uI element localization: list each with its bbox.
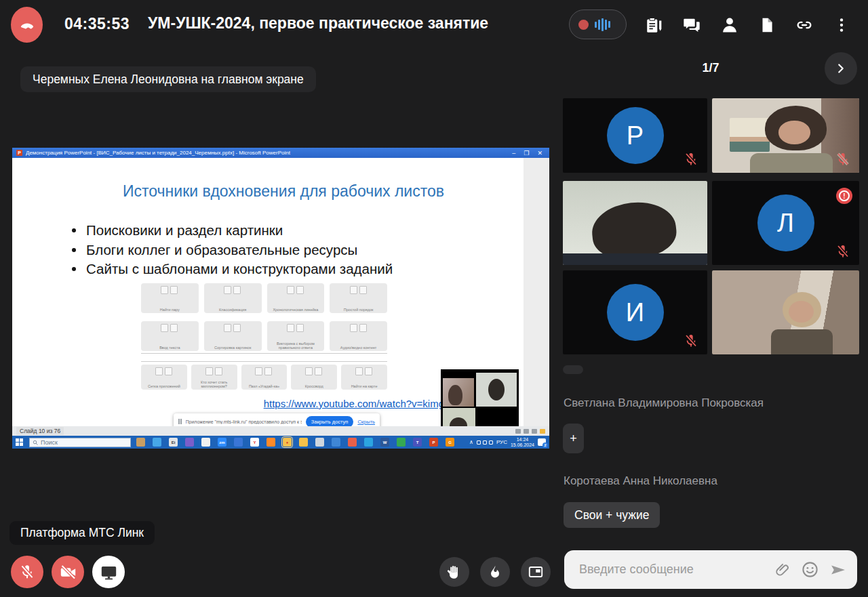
smiley-icon — [801, 560, 819, 579]
pip-icon — [528, 564, 544, 580]
screen-share-view: P Демонстрация PowerPoint - [ВИС_Рабочие… — [12, 148, 549, 449]
waveform-icon — [595, 18, 610, 31]
next-page-button[interactable] — [825, 52, 857, 85]
bullet-item: Сайты с шаблонами и конструкторами задан… — [72, 260, 393, 279]
participant-tile-2[interactable] — [712, 98, 859, 173]
divider — [141, 353, 387, 354]
participants-button[interactable] — [719, 15, 740, 35]
taskbar-search: Поиск — [29, 438, 131, 447]
raise-hand-button[interactable] — [439, 557, 469, 587]
blue-app-icon — [153, 438, 161, 447]
tray-icons — [477, 440, 493, 445]
search-icon — [33, 440, 38, 445]
purple-app-icon — [185, 438, 194, 447]
attach-file-button[interactable] — [774, 561, 791, 579]
recording-indicator[interactable] — [569, 9, 627, 39]
participant-tile-4[interactable]: Л ! — [712, 181, 859, 265]
template-card: Ввод текста — [141, 321, 199, 351]
template-card: Классификация — [204, 283, 262, 313]
edge-app-icon — [332, 438, 340, 447]
system-tray: ∧ РУС 14:24 15.06.2024 2 — [469, 437, 546, 448]
avatar: И — [607, 284, 664, 341]
graphics-app-icon — [136, 438, 145, 447]
slide-counter: Слайд 10 из 76 — [16, 427, 64, 435]
template-card: Сетка приложений — [141, 365, 187, 390]
template-card: Аудио/видео контент — [330, 321, 387, 351]
powerpoint-logo-icon: P — [16, 150, 22, 156]
keyboard-language: РУС — [496, 439, 507, 445]
notes-app-icon: Ei — [169, 438, 178, 447]
hand-icon — [446, 564, 462, 580]
mic-off-icon — [18, 563, 36, 581]
add-reaction-button[interactable]: + — [563, 424, 584, 453]
firefox-icon — [267, 438, 275, 447]
more-menu-button[interactable] — [831, 15, 852, 35]
toggle-mic-button[interactable] — [11, 556, 43, 588]
mic-muted-icon — [835, 243, 851, 260]
send-message-button[interactable] — [829, 560, 848, 579]
powerpoint-icon: P — [429, 438, 438, 447]
toggle-camera-button[interactable] — [52, 556, 84, 588]
browser-share-bar: Приложение "my.mts-link.ru" предоставило… — [174, 413, 380, 426]
stop-sharing-button: Закрыть доступ — [306, 416, 354, 427]
participant-tile-1[interactable]: Р — [563, 98, 707, 173]
reactions-button[interactable] — [480, 557, 510, 587]
copy-link-button[interactable] — [794, 15, 814, 35]
chat-message-input[interactable] — [578, 562, 764, 577]
drive-icon — [397, 438, 406, 447]
windows-taskbar: Поиск EizmY●WTPG ∧ РУС 14:24 15.06.2024 … — [12, 436, 549, 449]
participant-name: Коротаева Анна Николаевна — [564, 474, 717, 488]
loading-placeholder — [563, 365, 583, 374]
agenda-button[interactable] — [644, 15, 665, 35]
share-bar-text: Приложение "my.mts-link.ru" предоставило… — [186, 419, 302, 424]
participant-tile-5[interactable]: И — [563, 270, 707, 354]
explorer-icon — [299, 438, 308, 447]
send-icon — [829, 560, 848, 579]
browser-app-icon — [315, 438, 324, 447]
files-button[interactable] — [757, 15, 777, 35]
mic-muted-icon — [683, 333, 699, 349]
participant-tile-3[interactable] — [563, 181, 707, 265]
participant-tile-6[interactable] — [712, 270, 859, 354]
view-mode-icons — [515, 429, 545, 434]
ppt-titlebar: P Демонстрация PowerPoint - [ВИС_Рабочие… — [12, 148, 549, 158]
zoom-app-icon: zm — [218, 438, 226, 447]
mail-app-icon — [234, 438, 243, 447]
template-card: Найти на карте — [341, 365, 387, 390]
chrome-app-icon — [348, 438, 357, 447]
photos-app-icon — [201, 438, 210, 447]
slide-margin — [524, 158, 549, 426]
template-card: Найти пару — [141, 283, 199, 313]
template-card: Пазл «Угадай-ка» — [241, 365, 288, 390]
picture-in-picture-button[interactable] — [521, 557, 551, 587]
flame-icon — [487, 564, 503, 580]
close-icon: ✕ — [537, 150, 542, 157]
meeting-title: УМ-УШК-2024, первое практическое занятие — [148, 14, 488, 33]
notification-icon: 2 — [538, 438, 546, 446]
template-card: Кто хочет стать миллионером? — [191, 365, 237, 390]
video-page-indicator: 1/7 — [702, 61, 719, 75]
taskbar-clock: 14:24 15.06.2024 — [511, 437, 534, 448]
avatar: Р — [607, 107, 664, 164]
template-card: Сортировка картинок — [204, 321, 262, 351]
overlay-video-thumb — [443, 378, 474, 407]
template-card: Простой порядок — [330, 283, 387, 313]
phone-down-icon — [18, 16, 36, 34]
person-icon — [720, 16, 739, 35]
minimize-icon: – — [512, 150, 515, 157]
chat-filter-button[interactable]: Свои + чужие — [564, 502, 660, 528]
divider — [141, 361, 387, 362]
presenter-video-overlay — [441, 369, 519, 426]
teams-icon: T — [413, 438, 422, 447]
emoji-button[interactable] — [801, 560, 819, 579]
kebab-menu-icon — [833, 16, 850, 34]
presenter-banner: Черемных Елена Леонидовна на главном экр… — [20, 66, 316, 92]
hangup-button[interactable] — [11, 7, 43, 43]
chat-input-bar[interactable] — [564, 550, 857, 589]
chat-button[interactable] — [682, 15, 702, 35]
mic-muted-icon — [683, 151, 699, 167]
chevron-right-icon — [833, 61, 848, 76]
slide-area: Источники вдохновения для рабочих листов… — [12, 158, 549, 426]
screen-share-button[interactable] — [92, 556, 125, 588]
template-row-3: Сетка приложенийКто хочет стать миллионе… — [141, 365, 387, 390]
